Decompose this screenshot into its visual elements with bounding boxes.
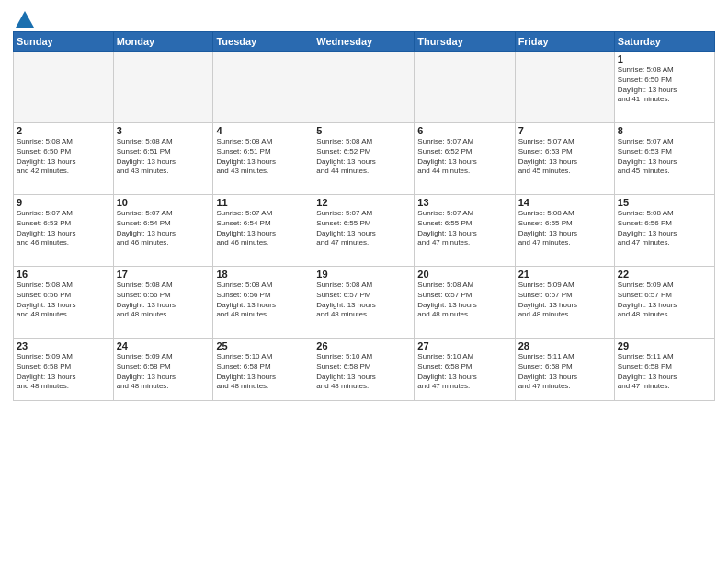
calendar-day-cell bbox=[415, 52, 515, 123]
day-number: 24 bbox=[117, 340, 210, 351]
day-number: 23 bbox=[17, 340, 110, 351]
calendar-day-cell: 28Sunrise: 5:11 AM Sunset: 6:58 PM Dayli… bbox=[515, 339, 614, 401]
calendar-day-cell: 6Sunrise: 5:07 AM Sunset: 6:52 PM Daylig… bbox=[415, 123, 515, 195]
calendar-day-cell: 13Sunrise: 5:07 AM Sunset: 6:55 PM Dayli… bbox=[415, 195, 515, 267]
weekday-header-wednesday: Wednesday bbox=[313, 32, 415, 52]
calendar-table: SundayMondayTuesdayWednesdayThursdayFrid… bbox=[13, 31, 715, 401]
day-number: 27 bbox=[417, 340, 511, 351]
day-info: Sunrise: 5:08 AM Sunset: 6:56 PM Dayligh… bbox=[117, 281, 210, 320]
day-info: Sunrise: 5:08 AM Sunset: 6:52 PM Dayligh… bbox=[316, 137, 411, 177]
header bbox=[13, 9, 715, 26]
calendar-day-cell: 23Sunrise: 5:09 AM Sunset: 6:58 PM Dayli… bbox=[14, 339, 114, 401]
logo-triangle-icon bbox=[16, 11, 34, 28]
calendar-day-cell: 16Sunrise: 5:08 AM Sunset: 6:56 PM Dayli… bbox=[14, 267, 114, 339]
day-number: 12 bbox=[316, 197, 411, 208]
day-number: 5 bbox=[316, 125, 411, 136]
calendar-day-cell: 21Sunrise: 5:09 AM Sunset: 6:57 PM Dayli… bbox=[515, 267, 614, 339]
calendar-day-cell: 10Sunrise: 5:07 AM Sunset: 6:54 PM Dayli… bbox=[113, 195, 213, 267]
calendar-week-row: 2Sunrise: 5:08 AM Sunset: 6:50 PM Daylig… bbox=[14, 123, 715, 195]
calendar-day-cell: 15Sunrise: 5:08 AM Sunset: 6:56 PM Dayli… bbox=[614, 195, 714, 267]
calendar-day-cell: 9Sunrise: 5:07 AM Sunset: 6:53 PM Daylig… bbox=[14, 195, 114, 267]
day-info: Sunrise: 5:08 AM Sunset: 6:57 PM Dayligh… bbox=[417, 281, 511, 320]
calendar-day-cell bbox=[213, 52, 313, 123]
day-info: Sunrise: 5:10 AM Sunset: 6:58 PM Dayligh… bbox=[316, 352, 411, 392]
day-info: Sunrise: 5:11 AM Sunset: 6:58 PM Dayligh… bbox=[618, 352, 711, 392]
calendar-day-cell: 20Sunrise: 5:08 AM Sunset: 6:57 PM Dayli… bbox=[415, 267, 515, 339]
calendar-day-cell bbox=[313, 52, 415, 123]
calendar-day-cell: 17Sunrise: 5:08 AM Sunset: 6:56 PM Dayli… bbox=[113, 267, 213, 339]
day-number: 14 bbox=[518, 197, 611, 208]
day-number: 11 bbox=[216, 197, 310, 208]
day-info: Sunrise: 5:07 AM Sunset: 6:53 PM Dayligh… bbox=[618, 137, 711, 177]
calendar-day-cell: 12Sunrise: 5:07 AM Sunset: 6:55 PM Dayli… bbox=[313, 195, 415, 267]
day-info: Sunrise: 5:07 AM Sunset: 6:52 PM Dayligh… bbox=[417, 137, 511, 177]
day-info: Sunrise: 5:09 AM Sunset: 6:58 PM Dayligh… bbox=[117, 352, 210, 392]
calendar-day-cell: 18Sunrise: 5:08 AM Sunset: 6:56 PM Dayli… bbox=[213, 267, 313, 339]
weekday-header-tuesday: Tuesday bbox=[213, 32, 313, 52]
day-info: Sunrise: 5:08 AM Sunset: 6:56 PM Dayligh… bbox=[618, 209, 711, 248]
calendar-day-cell: 8Sunrise: 5:07 AM Sunset: 6:53 PM Daylig… bbox=[614, 123, 714, 195]
day-info: Sunrise: 5:07 AM Sunset: 6:54 PM Dayligh… bbox=[117, 209, 210, 248]
day-number: 17 bbox=[117, 269, 210, 280]
calendar-day-cell: 3Sunrise: 5:08 AM Sunset: 6:51 PM Daylig… bbox=[113, 123, 213, 195]
day-number: 4 bbox=[216, 125, 310, 136]
day-info: Sunrise: 5:08 AM Sunset: 6:50 PM Dayligh… bbox=[17, 137, 110, 177]
day-info: Sunrise: 5:08 AM Sunset: 6:51 PM Dayligh… bbox=[216, 137, 310, 177]
calendar-day-cell bbox=[14, 52, 114, 123]
day-info: Sunrise: 5:08 AM Sunset: 6:50 PM Dayligh… bbox=[618, 65, 711, 105]
day-info: Sunrise: 5:08 AM Sunset: 6:51 PM Dayligh… bbox=[117, 137, 210, 177]
day-number: 25 bbox=[216, 340, 310, 351]
calendar-day-cell: 25Sunrise: 5:10 AM Sunset: 6:58 PM Dayli… bbox=[213, 339, 313, 401]
calendar-day-cell: 24Sunrise: 5:09 AM Sunset: 6:58 PM Dayli… bbox=[113, 339, 213, 401]
day-info: Sunrise: 5:07 AM Sunset: 6:54 PM Dayligh… bbox=[216, 209, 310, 248]
weekday-header-thursday: Thursday bbox=[415, 32, 515, 52]
day-number: 8 bbox=[618, 125, 711, 136]
calendar-day-cell bbox=[113, 52, 213, 123]
day-number: 26 bbox=[316, 340, 411, 351]
day-number: 28 bbox=[518, 340, 611, 351]
calendar-day-cell: 11Sunrise: 5:07 AM Sunset: 6:54 PM Dayli… bbox=[213, 195, 313, 267]
day-info: Sunrise: 5:09 AM Sunset: 6:57 PM Dayligh… bbox=[618, 281, 711, 320]
day-number: 13 bbox=[417, 197, 511, 208]
day-number: 10 bbox=[117, 197, 210, 208]
day-number: 22 bbox=[618, 269, 711, 280]
day-number: 9 bbox=[17, 197, 110, 208]
calendar-day-cell: 29Sunrise: 5:11 AM Sunset: 6:58 PM Dayli… bbox=[614, 339, 714, 401]
calendar-week-row: 1Sunrise: 5:08 AM Sunset: 6:50 PM Daylig… bbox=[14, 52, 715, 123]
day-info: Sunrise: 5:11 AM Sunset: 6:58 PM Dayligh… bbox=[518, 352, 611, 392]
day-number: 15 bbox=[618, 197, 711, 208]
weekday-header-monday: Monday bbox=[113, 32, 213, 52]
calendar-day-cell: 5Sunrise: 5:08 AM Sunset: 6:52 PM Daylig… bbox=[313, 123, 415, 195]
day-number: 16 bbox=[17, 269, 110, 280]
calendar-day-cell: 2Sunrise: 5:08 AM Sunset: 6:50 PM Daylig… bbox=[14, 123, 114, 195]
day-info: Sunrise: 5:09 AM Sunset: 6:58 PM Dayligh… bbox=[17, 352, 110, 392]
calendar-day-cell: 19Sunrise: 5:08 AM Sunset: 6:57 PM Dayli… bbox=[313, 267, 415, 339]
calendar-day-cell: 27Sunrise: 5:10 AM Sunset: 6:58 PM Dayli… bbox=[415, 339, 515, 401]
calendar-day-cell: 7Sunrise: 5:07 AM Sunset: 6:53 PM Daylig… bbox=[515, 123, 614, 195]
calendar-week-row: 23Sunrise: 5:09 AM Sunset: 6:58 PM Dayli… bbox=[14, 339, 715, 401]
calendar-day-cell: 4Sunrise: 5:08 AM Sunset: 6:51 PM Daylig… bbox=[213, 123, 313, 195]
calendar-day-cell: 22Sunrise: 5:09 AM Sunset: 6:57 PM Dayli… bbox=[614, 267, 714, 339]
logo bbox=[13, 9, 34, 26]
calendar-week-row: 16Sunrise: 5:08 AM Sunset: 6:56 PM Dayli… bbox=[14, 267, 715, 339]
calendar-header-row: SundayMondayTuesdayWednesdayThursdayFrid… bbox=[14, 32, 715, 52]
weekday-header-sunday: Sunday bbox=[14, 32, 114, 52]
day-info: Sunrise: 5:08 AM Sunset: 6:55 PM Dayligh… bbox=[518, 209, 611, 248]
day-info: Sunrise: 5:07 AM Sunset: 6:55 PM Dayligh… bbox=[316, 209, 411, 248]
day-number: 18 bbox=[216, 269, 310, 280]
calendar-day-cell: 14Sunrise: 5:08 AM Sunset: 6:55 PM Dayli… bbox=[515, 195, 614, 267]
day-number: 3 bbox=[117, 125, 210, 136]
weekday-header-friday: Friday bbox=[515, 32, 614, 52]
day-info: Sunrise: 5:07 AM Sunset: 6:55 PM Dayligh… bbox=[417, 209, 511, 248]
day-number: 19 bbox=[316, 269, 411, 280]
day-number: 21 bbox=[518, 269, 611, 280]
day-info: Sunrise: 5:10 AM Sunset: 6:58 PM Dayligh… bbox=[216, 352, 310, 392]
page: SundayMondayTuesdayWednesdayThursdayFrid… bbox=[0, 0, 728, 563]
day-number: 6 bbox=[417, 125, 511, 136]
day-number: 20 bbox=[417, 269, 511, 280]
day-info: Sunrise: 5:08 AM Sunset: 6:57 PM Dayligh… bbox=[316, 281, 411, 320]
day-info: Sunrise: 5:08 AM Sunset: 6:56 PM Dayligh… bbox=[216, 281, 310, 320]
day-info: Sunrise: 5:08 AM Sunset: 6:56 PM Dayligh… bbox=[17, 281, 110, 320]
calendar-day-cell: 26Sunrise: 5:10 AM Sunset: 6:58 PM Dayli… bbox=[313, 339, 415, 401]
day-info: Sunrise: 5:07 AM Sunset: 6:53 PM Dayligh… bbox=[17, 209, 110, 248]
